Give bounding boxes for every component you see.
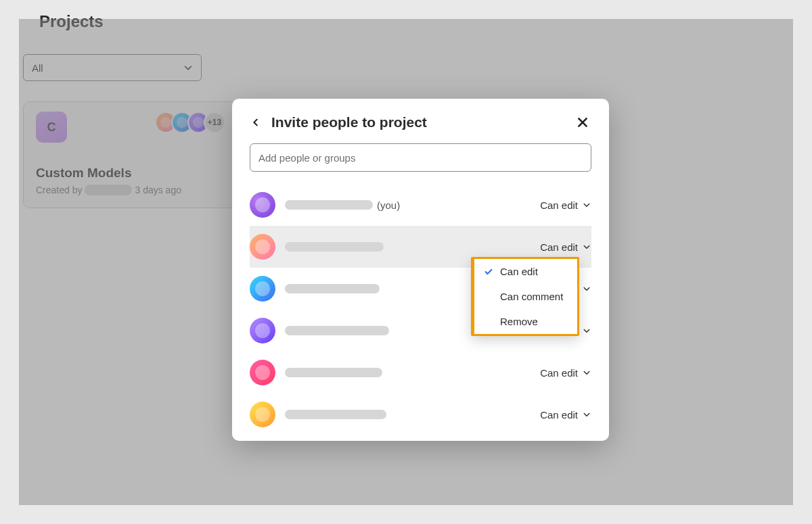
permission-option[interactable]: Can edit [474, 259, 577, 284]
chevron-down-icon [582, 200, 591, 210]
add-people-input[interactable] [250, 143, 591, 172]
close-icon [577, 116, 589, 128]
permission-label: Can edit [540, 199, 578, 211]
check-icon [484, 267, 493, 277]
permission-option[interactable]: Can comment [474, 284, 577, 309]
member-row: Can edit [250, 435, 591, 441]
permission-label: Can edit [540, 409, 578, 421]
chevron-left-icon [251, 118, 261, 127]
redacted-name [285, 368, 382, 377]
permission-trigger[interactable]: Can edit [540, 367, 591, 379]
chevron-down-icon [582, 368, 591, 377]
permission-option[interactable]: Remove [474, 309, 577, 334]
close-button[interactable] [574, 114, 591, 131]
member-name [285, 368, 540, 377]
redacted-name [285, 284, 380, 293]
you-label: (you) [377, 199, 400, 211]
redacted-name [285, 242, 384, 252]
permission-option-label: Can edit [500, 266, 538, 277]
permission-option-label: Can comment [500, 291, 563, 302]
member-name [285, 242, 540, 252]
member-avatar [250, 318, 275, 343]
member-row: Can edit [250, 352, 591, 394]
permission-trigger[interactable]: Can edit [540, 241, 591, 253]
permission-trigger[interactable]: Can edit [540, 199, 591, 211]
permission-label: Can edit [540, 241, 578, 253]
permission-option-label: Remove [500, 316, 538, 327]
member-avatar [250, 192, 275, 218]
redacted-name [285, 326, 389, 335]
member-avatar [250, 234, 275, 260]
member-row: (you)Can edit [250, 184, 591, 226]
modal-title: Invite people to project [271, 114, 564, 130]
member-avatar [250, 402, 275, 427]
chevron-down-icon [582, 284, 591, 293]
people-list[interactable]: (you)Can editCan editCan editCan editCan… [250, 184, 591, 441]
chevron-down-icon [582, 326, 591, 335]
back-button[interactable] [250, 116, 262, 128]
redacted-name [285, 200, 373, 210]
permission-label: Can edit [540, 367, 578, 379]
member-avatar [250, 276, 275, 302]
member-name: (you) [285, 199, 540, 211]
member-row: Can edit [250, 394, 591, 435]
member-avatar [250, 360, 275, 385]
chevron-down-icon [582, 242, 591, 252]
member-name [285, 410, 540, 419]
permission-dropdown: Can editCan commentRemove [471, 257, 579, 336]
chevron-down-icon [582, 410, 591, 419]
redacted-name [285, 410, 386, 419]
permission-trigger[interactable]: Can edit [540, 409, 591, 421]
invite-modal: Invite people to project (you)Can editCa… [232, 99, 609, 441]
